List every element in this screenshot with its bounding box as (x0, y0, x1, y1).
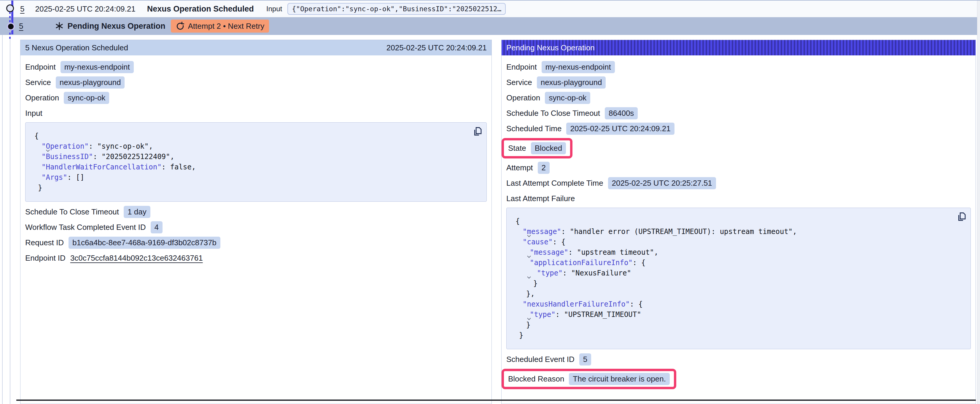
event-title: Nexus Operation Scheduled (147, 5, 254, 14)
field-label: Service (25, 78, 51, 87)
json-line: "message": "handler error (UPSTREAM_TIME… (507, 227, 953, 237)
field-value-chip: sync-op-ok (545, 92, 590, 104)
field-label: Schedule To Close Timeout (25, 208, 119, 217)
field-value-chip: 86400s (605, 107, 638, 119)
json-line: "HandlerWaitForCancellation": false, (25, 162, 469, 173)
json-text: : false, (162, 163, 196, 171)
json-line: "applicationFailureInfo": { (507, 258, 953, 268)
retry-icon (176, 22, 185, 30)
retry-badge: Attempt 2 • Next Retry (171, 19, 269, 33)
json-viewer: {"message": "handler error (UPSTREAM_TIM… (506, 208, 971, 349)
field-row-schedule-to-close-timeout: Schedule To Close Timeout1 day (25, 206, 487, 218)
field-label: Endpoint ID (25, 253, 65, 263)
field-label: Blocked Reason (508, 374, 564, 383)
field-row-workflow-task-completed-event-id: Workflow Task Completed Event ID4 (25, 221, 487, 233)
copy-icon[interactable] (956, 211, 967, 222)
json-text: : "handler error (UPSTREAM_TIMEOUT): ups… (561, 228, 797, 236)
json-text: : "NexusFailure" (563, 269, 631, 277)
event-detail-header: 5 Nexus Operation Scheduled 2025-02-25 U… (21, 40, 492, 55)
json-line: } (507, 330, 953, 341)
bottom-divider (16, 399, 976, 401)
json-line: "type": "UPSTREAM_TIMEOUT" (507, 309, 953, 320)
json-line: } (507, 320, 953, 330)
field-value-chip: sync-op-ok (64, 92, 109, 104)
json-line: } (25, 183, 469, 193)
field-row-service: Servicenexus-playground (25, 76, 487, 89)
pending-operation-panel: Pending Nexus Operation Endpointmy-nexus… (501, 40, 976, 404)
event-detail-panel: 5 Nexus Operation Scheduled 2025-02-25 U… (20, 40, 492, 404)
json-line: "Args": [] (25, 173, 469, 183)
json-text: : [] (67, 173, 84, 182)
field-row-endpoint: Endpointmy-nexus-endpoint (506, 61, 971, 73)
field-value-chip: The circuit breaker is open. (569, 373, 670, 385)
json-key: "Operation" (41, 142, 89, 151)
field-value-chip: 2 (538, 162, 550, 174)
json-text: : "UPSTREAM_TIMEOUT" (555, 311, 641, 319)
field-value-chip: my-nexus-endpoint (542, 61, 615, 73)
field-row-operation: Operationsync-op-ok (506, 92, 971, 104)
field-row-request-id: Request IDb1c6a4bc-8ee7-468a-9169-df3b02… (25, 237, 487, 249)
json-key: "HandlerWaitForCancellation" (41, 163, 162, 171)
field-label: Request ID (25, 238, 64, 247)
field-row-operation: Operationsync-op-ok (25, 92, 487, 104)
json-text: } (526, 321, 530, 329)
json-line: }, (507, 289, 953, 299)
json-key: "BusinessID" (41, 152, 93, 161)
event-id-link[interactable]: 5 (19, 22, 23, 31)
field-label: Scheduled Event ID (506, 355, 574, 364)
input-preview-chip[interactable]: {"Operation":"sync-op-ok","BusinessID":"… (287, 3, 506, 15)
field-value-chip: b1c6a4bc-8ee7-468a-9169-df3b02c8737b (68, 237, 220, 249)
highlight-box: StateBlocked (501, 138, 573, 158)
field-label: Scheduled Time (506, 124, 562, 133)
copy-icon[interactable] (472, 126, 483, 137)
field-value-chip: nexus-playground (537, 76, 606, 89)
json-key: "message" (523, 228, 561, 236)
field-row-blocked-reason: Blocked ReasonThe circuit breaker is ope… (506, 369, 971, 389)
timeline-open-dot[interactable] (6, 5, 14, 12)
field-label: Schedule To Close Timeout (506, 109, 600, 118)
json-text: : "sync-op-ok", (89, 142, 153, 151)
field-label: Operation (506, 93, 540, 103)
field-value-chip: my-nexus-endpoint (60, 61, 134, 73)
field-value-chip: nexus-playground (56, 76, 125, 89)
json-line: { (25, 131, 469, 141)
event-timestamp: 2025-02-25 UTC 20:24:09.21 (35, 5, 135, 14)
json-line: "cause": { (507, 237, 953, 247)
left-border-line (2, 1, 3, 404)
json-text: } (519, 331, 523, 339)
json-text: : "20250225122409", (93, 152, 174, 161)
field-value-chip: Blocked (531, 142, 566, 154)
field-row-state: StateBlocked (506, 138, 971, 158)
json-text: } (533, 279, 538, 288)
json-text: : { (553, 238, 565, 246)
asterisk-icon (55, 22, 64, 30)
field-link[interactable]: 3c0c75ccfa8144b092c13ce632463761 (70, 253, 203, 263)
json-line: "message": "upstream timeout", (507, 247, 953, 258)
pending-operation-fields: Endpointmy-nexus-endpointServicenexus-pl… (501, 55, 975, 389)
scrollbar-gutter[interactable] (977, 1, 980, 404)
json-key: "type" (537, 269, 563, 277)
timeline-selected-dot[interactable] (7, 22, 15, 30)
field-value-chip: 1 day (124, 206, 150, 218)
event-detail-title: 5 Nexus Operation Scheduled (25, 43, 128, 52)
json-line: "type": "NexusFailure" (507, 268, 953, 279)
event-row-pending[interactable]: 5 Pending Nexus Operation Attempt 2 • Ne… (0, 17, 977, 35)
field-value-chip: 2025-02-25 UTC 20:24:09.21 (566, 123, 674, 135)
field-last-attempt-failure: Last Attempt Failure {"message": "handle… (506, 193, 971, 349)
field-value-chip: 4 (151, 221, 162, 233)
pending-operation-header-title: Pending Nexus Operation (506, 43, 595, 52)
event-row-scheduled[interactable]: 5 2025-02-25 UTC 20:24:09.21 Nexus Opera… (0, 1, 977, 17)
event-id-link[interactable]: 5 (20, 5, 24, 14)
field-label: Service (506, 78, 532, 87)
event-history-view: 5 2025-02-25 UTC 20:24:09.21 Nexus Opera… (0, 0, 980, 404)
field-label: Last Attempt Complete Time (506, 179, 603, 188)
field-row-attempt: Attempt2 (506, 162, 971, 174)
json-text: : { (633, 258, 646, 267)
field-label: Input (25, 107, 487, 119)
event-detail-timestamp: 2025-02-25 UTC 20:24:09.21 (387, 43, 487, 52)
json-line: } (507, 279, 953, 289)
json-text: }, (526, 290, 535, 298)
json-key: "type" (530, 311, 555, 319)
field-label: Endpoint (25, 62, 56, 72)
field-label: Last Attempt Failure (506, 193, 971, 205)
